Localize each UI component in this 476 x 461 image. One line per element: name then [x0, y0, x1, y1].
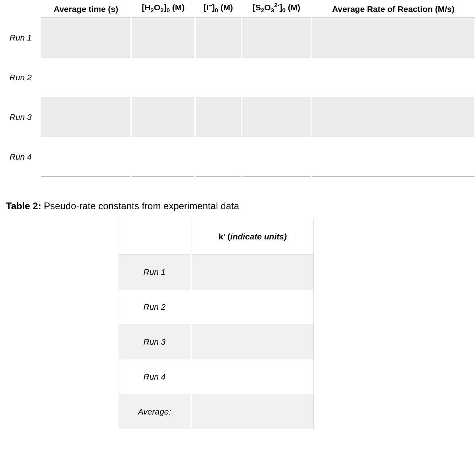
table2-row1-k [192, 255, 314, 289]
table2-header-blank [119, 219, 190, 255]
table2-caption: Table 2: Pseudo-rate constants from expe… [6, 201, 470, 212]
table2-header-k: k' (indicate units) [192, 219, 314, 255]
table1-header-h2o2: [H2O2]0 (M) [132, 0, 194, 18]
table1-row3-avgtime [41, 97, 131, 137]
table2-row-1: Run 1 [119, 255, 314, 289]
table1-row3-i [196, 97, 241, 137]
table2-row4-label: Run 4 [119, 359, 190, 394]
table1-header-rate: Average Rate of Reaction (M/s) [312, 0, 474, 18]
table1-row2-rate [312, 58, 474, 97]
table1-row3-label: Run 3 [2, 97, 40, 137]
table1-row4-avgtime [41, 137, 131, 177]
table1-row1-label: Run 1 [2, 18, 40, 58]
table2-caption-rest: Pseudo-rate constants from experimental … [41, 201, 239, 211]
table1-row3-h2o2 [132, 97, 194, 137]
table1-header-blank [2, 0, 40, 18]
table1-row2-h2o2 [132, 58, 194, 97]
table2-row2-k [192, 289, 314, 324]
table1-row1-h2o2 [132, 18, 194, 58]
table2-caption-bold: Table 2: [6, 201, 41, 211]
table1-row4-i [196, 137, 241, 177]
table1-row2-label: Run 2 [2, 58, 40, 97]
table2-row-avg-k [192, 394, 314, 429]
table1-row1-i [196, 18, 241, 58]
table1-row-2: Run 2 [2, 58, 474, 97]
table1-row-4: Run 4 [2, 137, 474, 177]
table1-row1-rate [312, 18, 474, 58]
table2-row-avg-label: Average: [119, 394, 190, 429]
table1-row2-s2o3 [242, 58, 311, 97]
table1-row4-s2o3 [242, 137, 311, 177]
table1-row2-avgtime [41, 58, 131, 97]
table2-row3-k [192, 324, 314, 359]
table1-row4-h2o2 [132, 137, 194, 177]
pseudo-rate-constants-table: k' (indicate units) Run 1 Run 2 Run 3 Ru… [117, 219, 315, 429]
table2-row-2: Run 2 [119, 289, 314, 324]
table2-row3-label: Run 3 [119, 324, 190, 359]
table1-row2-i [196, 58, 241, 97]
table2-row1-label: Run 1 [119, 255, 190, 289]
table1-row3-rate [312, 97, 474, 137]
table1-row1-avgtime [41, 18, 131, 58]
table2-row4-k [192, 359, 314, 394]
table2-row-average: Average: [119, 394, 314, 429]
table1-row-3: Run 3 [2, 97, 474, 137]
table1-row3-s2o3 [242, 97, 311, 137]
table1-row1-s2o3 [242, 18, 311, 58]
table1-row-1: Run 1 [2, 18, 474, 58]
table1-row4-rate [312, 137, 474, 177]
table1-row4-label: Run 4 [2, 137, 40, 177]
table2-row2-label: Run 2 [119, 289, 190, 324]
table1-header-thiosulfate: [S2O32-]0 (M) [242, 0, 311, 18]
experimental-data-table: Average time (s) [H2O2]0 (M) [I–]0 (M) [… [0, 0, 476, 177]
table1-header-iodide: [I–]0 (M) [196, 0, 241, 18]
table1-header-avg-time: Average time (s) [41, 0, 131, 18]
table2-row-4: Run 4 [119, 359, 314, 394]
table2-row-3: Run 3 [119, 324, 314, 359]
